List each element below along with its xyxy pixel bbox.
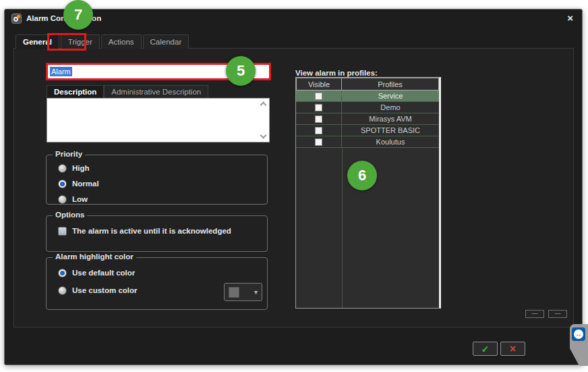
radio-custom-color[interactable]: Use custom color: [58, 286, 138, 295]
options-group: Options The alarm is active until it is …: [46, 215, 268, 252]
scroll-down-icon[interactable]: [260, 132, 267, 139]
table-row-demo[interactable]: Demo: [296, 102, 439, 113]
priority-legend: Priority: [53, 150, 85, 158]
tab-description[interactable]: Description: [47, 85, 104, 98]
radio-default-color[interactable]: Use default color: [58, 268, 135, 277]
tab-actions[interactable]: Actions: [101, 34, 142, 49]
close-icon[interactable]: ×: [567, 13, 573, 23]
double-arrow-icon: ↔: [574, 329, 583, 339]
profiles-table-header: Visible Profiles: [296, 78, 439, 90]
visible-checkbox[interactable]: [315, 138, 322, 146]
small-button-2[interactable]: —: [548, 310, 567, 318]
alarm-highlight-color-group: Alarm highlight color Use default color …: [46, 257, 268, 310]
selected-text: Alarm: [50, 67, 72, 76]
profile-name: Service: [342, 90, 439, 101]
checkbox-icon[interactable]: [58, 227, 67, 236]
radio-priority-high[interactable]: High: [58, 163, 90, 173]
description-textarea[interactable]: [47, 98, 270, 142]
radio-selected-icon[interactable]: [58, 269, 67, 277]
custom-color-dropdown[interactable]: ▾: [224, 283, 262, 301]
profile-name: Koulutus: [342, 136, 439, 147]
color-swatch: [229, 287, 239, 298]
checkbox-label: The alarm is active until it is acknowle…: [72, 227, 231, 235]
screenshot-page: Alarm Configuration × General Trigger Ac…: [0, 0, 588, 372]
description-tab-bar: Description Administrative Description: [47, 85, 208, 98]
profile-name: Mirasys AVM: [342, 113, 439, 124]
radio-priority-low[interactable]: Low: [58, 194, 88, 204]
teamviewer-logo-icon: ↔: [572, 327, 585, 341]
main-tab-bar: General Trigger Actions Calendar: [16, 34, 189, 49]
tab-general[interactable]: General: [16, 34, 59, 49]
visible-checkbox[interactable]: [315, 104, 322, 111]
annotation-badge-5: 5: [226, 56, 256, 86]
alarm-configuration-dialog: Alarm Configuration × General Trigger Ac…: [4, 9, 583, 365]
tab-calendar[interactable]: Calendar: [143, 34, 189, 49]
column-header-visible: Visible: [296, 78, 342, 90]
annotation-badge-7: 7: [63, 0, 93, 30]
highlight-legend: Alarm highlight color: [53, 253, 136, 261]
radio-label: Use custom color: [72, 286, 138, 294]
radio-label: High: [72, 164, 90, 172]
table-row-service[interactable]: Service: [296, 90, 439, 102]
tab-trigger[interactable]: Trigger: [61, 34, 100, 49]
chevron-down-icon: ▾: [254, 288, 258, 296]
tab-administrative-description[interactable]: Administrative Description: [104, 85, 208, 98]
radio-icon[interactable]: [58, 164, 67, 173]
checkbox-alarm-active[interactable]: The alarm is active until it is acknowle…: [58, 226, 231, 236]
scroll-up-icon[interactable]: [260, 102, 267, 109]
cross-icon: ×: [510, 344, 516, 354]
column-header-profiles: Profiles: [341, 78, 439, 90]
table-row-spotter-basic[interactable]: SPOTTER BASIC: [296, 125, 439, 136]
radio-priority-normal[interactable]: Normal: [58, 179, 99, 188]
cancel-button[interactable]: ×: [500, 342, 525, 356]
radio-icon[interactable]: [58, 286, 67, 295]
radio-icon[interactable]: [58, 195, 67, 204]
profiles-table: Visible Profiles Service Demo Mirasys AV…: [295, 77, 441, 309]
annotation-badge-6: 6: [347, 161, 377, 190]
priority-group: Priority High Normal Low: [46, 155, 268, 205]
column-divider: [342, 148, 343, 308]
visible-checkbox[interactable]: [315, 127, 322, 134]
radio-label: Use default color: [72, 269, 135, 277]
profile-name: SPOTTER BASIC: [342, 125, 439, 136]
radio-selected-icon[interactable]: [58, 180, 67, 188]
visible-checkbox[interactable]: [315, 115, 322, 123]
profile-name: Demo: [342, 102, 439, 113]
visible-checkbox[interactable]: [315, 92, 322, 100]
check-icon: ✓: [481, 344, 490, 354]
confirm-button[interactable]: ✓: [473, 342, 498, 356]
orange-dot-icon: [17, 15, 20, 18]
profiles-label: View alarm in profiles:: [295, 69, 378, 77]
radio-label: Normal: [72, 180, 99, 188]
small-button-1[interactable]: —: [525, 310, 544, 318]
table-row-mirasys-avm[interactable]: Mirasys AVM: [296, 113, 439, 125]
options-legend: Options: [53, 211, 87, 219]
table-row-koulutus[interactable]: Koulutus: [296, 136, 439, 148]
gear-icon: [11, 14, 22, 24]
radio-label: Low: [72, 195, 88, 203]
